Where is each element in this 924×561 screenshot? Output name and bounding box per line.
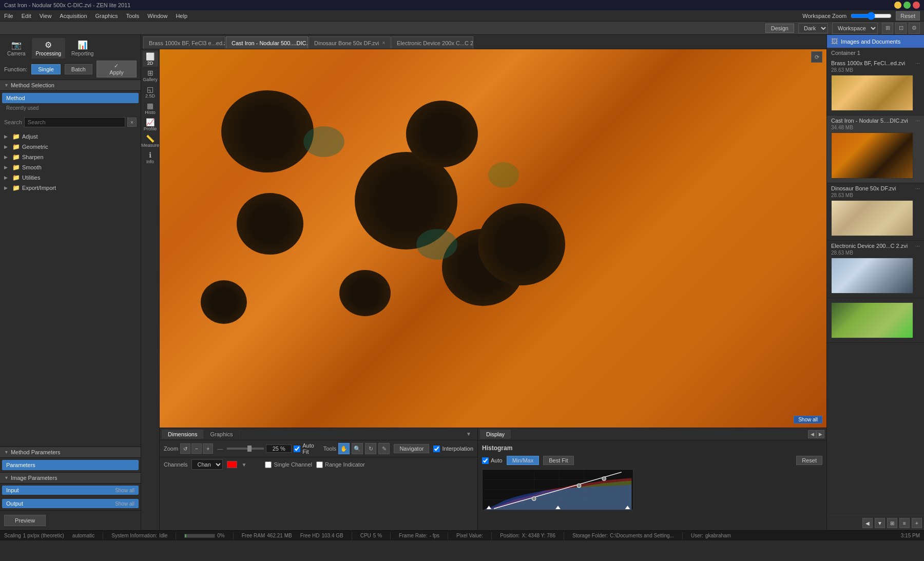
apply-button[interactable]: ✓ Apply [97, 61, 137, 78]
doc-item-bone[interactable]: Dinosaur Bone 50x DF.zvi ··· 28.63 MB [827, 183, 924, 241]
close-button[interactable] [913, 2, 920, 9]
search-clear-button[interactable]: × [127, 118, 137, 127]
zoom-in-button[interactable]: + [203, 443, 213, 454]
image-params-header[interactable]: ▼ Image Parameters [0, 472, 141, 483]
tree-item-adjust[interactable]: ▶ 📁 Adjust [0, 131, 141, 142]
design-button[interactable]: Design [765, 24, 794, 33]
method-params-header[interactable]: ▼ Method Parameters [0, 447, 141, 458]
layout-button[interactable]: ⊡ [895, 23, 907, 34]
doc-dots-electronic[interactable]: ··· [915, 243, 920, 249]
doc-tab-3[interactable]: Dinosaur Bone 50x DF.zvi × [309, 36, 391, 49]
doc-item-electronic[interactable]: Electronic Device 200...C 2.zvi ··· 28.6… [827, 241, 924, 298]
doc-tab-3-close[interactable]: × [382, 40, 386, 46]
zoom-slider-handle[interactable] [247, 446, 252, 452]
menu-help[interactable]: Help [176, 13, 187, 19]
graphics-tab[interactable]: Graphics [204, 430, 239, 439]
view-25d-button[interactable]: ◱ 2.5D [143, 84, 158, 100]
interpolation-checkbox[interactable] [433, 446, 440, 452]
rp-list-button[interactable]: ≡ [899, 518, 910, 528]
tree-item-smooth[interactable]: ▶ 📁 Smooth [0, 162, 141, 172]
tree-item-export[interactable]: ▶ 📁 Export/Import [0, 183, 141, 193]
output-show-all[interactable]: Show all [115, 501, 134, 507]
auto-fit-checkbox[interactable] [294, 446, 300, 452]
dimensions-tab[interactable]: Dimensions [162, 430, 204, 439]
image-container[interactable]: ⟳ Show all [160, 49, 826, 428]
menu-window[interactable]: Window [147, 13, 167, 19]
view-info-button[interactable]: ℹ Info [143, 150, 158, 165]
doc-item-cast[interactable]: Cast Iron - Nodular 5....DIC.zvi ··· 34.… [827, 115, 924, 183]
rotate-tool-button[interactable]: ↻ [365, 443, 376, 454]
menu-view[interactable]: View [40, 13, 52, 19]
minmax-button[interactable]: Min/Max [507, 456, 540, 465]
auto-check[interactable]: Auto [482, 457, 503, 464]
display-tab[interactable]: Display [480, 430, 511, 439]
auto-checkbox[interactable] [482, 457, 489, 464]
output-param[interactable]: Output Show all [2, 499, 139, 508]
doc-dots-cast[interactable]: ··· [915, 118, 920, 124]
interpolation-check[interactable]: Interpolation [433, 446, 473, 452]
processing-tab[interactable]: ⚙ Processing [32, 38, 65, 59]
doc-tab-2[interactable]: Cast Iron - Nodular 500....DIC.zvi * × [226, 36, 308, 49]
pan-tool-button[interactable]: ✋ [338, 443, 350, 454]
doc-tab-1[interactable]: Brass 1000x BF, FeCl3 e...ed.zvi × [143, 36, 225, 49]
zoom-percent-input[interactable] [266, 444, 292, 453]
view-measure-button[interactable]: 📏 Measure [143, 133, 158, 149]
workspace-select[interactable]: Workspace [832, 23, 878, 34]
zoom-out-button[interactable]: − [191, 443, 202, 454]
range-indicator-check[interactable]: Range Indicator [316, 461, 365, 468]
single-button[interactable]: Single [31, 64, 61, 74]
menu-edit[interactable]: Edit [22, 13, 31, 19]
range-indicator-checkbox[interactable] [316, 461, 323, 468]
dark-select[interactable]: Dark [798, 23, 828, 33]
input-param[interactable]: Input Show all [2, 486, 139, 495]
view-profile-button[interactable]: 📈 Profile [143, 117, 158, 132]
menu-file[interactable]: File [4, 13, 13, 19]
bestfit-button[interactable]: Best Fit [543, 456, 573, 465]
single-channel-checkbox[interactable] [265, 461, 272, 468]
rp-grid-button[interactable]: ⊞ [887, 518, 897, 528]
input-show-all[interactable]: Show all [115, 488, 134, 493]
rp-left-button[interactable]: ◀ [862, 518, 873, 528]
bottom-tab-arrow[interactable]: ▼ [462, 431, 475, 437]
settings-button[interactable]: ⚙ [909, 23, 920, 34]
doc-item-aerial[interactable] [827, 298, 924, 343]
parameters-item[interactable]: Parameters [2, 460, 139, 470]
rp-down-button[interactable]: ▼ [875, 518, 885, 528]
tree-item-sharpen[interactable]: ▶ 📁 Sharpen [0, 152, 141, 162]
reporting-tab[interactable]: 📊 Reporting [67, 38, 98, 59]
preview-button[interactable]: Preview [4, 515, 46, 526]
reset-button[interactable]: Reset [896, 11, 920, 21]
auto-fit-check[interactable]: Auto Fit [294, 442, 319, 455]
show-all-button[interactable]: Show all [794, 416, 822, 423]
workspace-zoom-slider[interactable] [851, 12, 892, 20]
sync-button[interactable]: ⟳ [811, 51, 822, 63]
display-left-arrow[interactable]: ◀ [808, 430, 816, 438]
doc-item-brass[interactable]: Brass 1000x BF, FeCl...ed.zvi ··· 28.63 … [827, 58, 924, 115]
tree-item-geometric[interactable]: ▶ 📁 Geometric [0, 142, 141, 152]
zoom-tool-button[interactable]: 🔍 [352, 443, 363, 454]
rp-expand-button[interactable]: + [912, 518, 922, 528]
display-right-arrow[interactable]: ▶ [816, 430, 824, 438]
histogram-reset-button[interactable]: Reset [796, 456, 822, 465]
doc-dots-brass[interactable]: ··· [915, 60, 920, 66]
menu-graphics[interactable]: Graphics [95, 13, 118, 19]
doc-tab-4[interactable]: Electronic Device 200x C...C 2.zvi × [391, 36, 473, 49]
draw-tool-button[interactable]: ✎ [378, 443, 390, 454]
search-input[interactable] [24, 117, 125, 127]
minimize-button[interactable] [894, 2, 901, 9]
method-item[interactable]: Method [2, 93, 139, 103]
channels-select[interactable]: Chan [191, 459, 223, 470]
grid-view-button[interactable]: ⊞ [882, 23, 893, 34]
camera-tab[interactable]: 📷 Camera [3, 38, 30, 59]
channels-expand-arrow[interactable]: ▼ [241, 462, 246, 468]
zoom-rotate-left[interactable]: ↺ [180, 443, 190, 454]
view-gallery-button[interactable]: ⊞ Gallery [143, 68, 158, 83]
menu-acquisition[interactable]: Acquisition [60, 13, 87, 19]
tree-item-utilities[interactable]: ▶ 📁 Utilities [0, 172, 141, 183]
menu-tools[interactable]: Tools [126, 13, 140, 19]
maximize-button[interactable] [903, 2, 911, 9]
method-selection-header[interactable]: ▼ Method Selection [0, 80, 141, 91]
view-2d-button[interactable]: ⬜ 2D [143, 51, 158, 67]
doc-dots-bone[interactable]: ··· [915, 185, 920, 191]
zoom-slider[interactable] [227, 448, 264, 450]
